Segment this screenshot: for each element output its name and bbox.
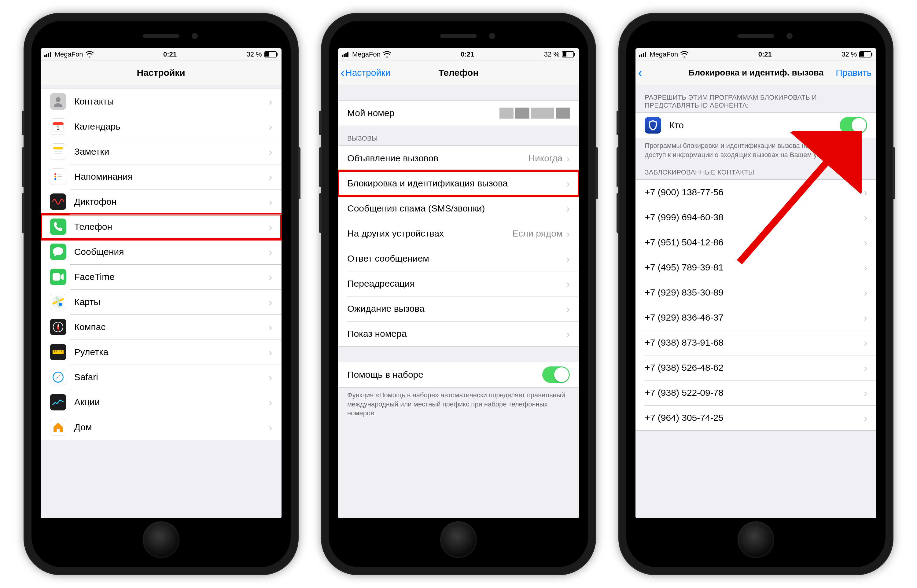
blocked-contact-row[interactable]: +7 (900) 138-77-56› [636, 180, 877, 205]
home-button[interactable] [143, 522, 179, 558]
chevron-right-icon: › [269, 146, 272, 158]
battery-percent: 32 % [544, 50, 559, 58]
blocked-contact-row[interactable]: +7 (951) 504-12-86› [636, 230, 877, 255]
row-blocking[interactable]: Блокировка и идентификация вызова› [338, 171, 579, 196]
phone-frame-2: MegaFon 0:21 32 % ‹ Настройки Телефон [321, 13, 596, 575]
row-reply[interactable]: Ответ сообщением› [338, 246, 579, 271]
chevron-right-icon: › [864, 312, 867, 324]
chevron-right-icon: › [864, 287, 867, 299]
edit-button[interactable]: Править [836, 60, 872, 85]
allow-apps-footer: Программы блокировки и идентификации выз… [636, 138, 877, 165]
blocked-contact-row[interactable]: +7 (964) 305-74-25› [636, 405, 877, 430]
phone-number: +7 (951) 504-12-86 [645, 237, 864, 247]
settings-row-contacts[interactable]: Контакты› [40, 89, 281, 114]
chevron-right-icon: › [567, 278, 570, 290]
calls-list: Объявление вызововНикогда›Блокировка и и… [338, 145, 579, 347]
battery-icon [562, 51, 575, 57]
svg-point-16 [55, 173, 56, 175]
back-label: Настройки [345, 68, 390, 78]
row-label: Календарь [74, 121, 269, 132]
settings-row-safari[interactable]: Safari› [40, 365, 281, 390]
chevron-right-icon: › [269, 346, 272, 358]
back-button[interactable]: ‹ Настройки [341, 60, 390, 85]
page-title: Настройки [137, 68, 185, 78]
status-time: 0:21 [461, 50, 474, 58]
settings-row-measure[interactable]: Рулетка› [40, 339, 281, 365]
row-dial-assist[interactable]: Помощь в наборе [338, 362, 579, 387]
phone-number: +7 (929) 835-30-89 [645, 287, 864, 298]
blocked-contact-row[interactable]: +7 (495) 789-39-81› [636, 255, 877, 280]
svg-rect-1 [46, 54, 47, 57]
row-other_devices[interactable]: На других устройствахЕсли рядом› [338, 221, 579, 246]
phone-number: +7 (938) 526-48-62 [645, 362, 864, 373]
svg-rect-36 [345, 53, 347, 57]
row-announce[interactable]: Объявление вызововНикогда› [338, 146, 579, 171]
chevron-right-icon: › [269, 296, 272, 308]
row-spam[interactable]: Сообщения спама (SMS/звонки)› [338, 196, 579, 221]
chevron-right-icon: › [864, 387, 867, 399]
chevron-right-icon: › [269, 171, 272, 183]
carrier-label: MegaFon [352, 50, 381, 58]
row-label: Дом [74, 422, 269, 433]
settings-row-reminders[interactable]: Напоминания› [40, 164, 281, 189]
row-my-number[interactable]: Мой номер [338, 100, 579, 126]
svg-rect-44 [645, 52, 646, 57]
blocked-contact-row[interactable]: +7 (999) 694-60-38› [636, 205, 877, 230]
chevron-right-icon: › [864, 412, 867, 424]
reminders-icon [50, 168, 66, 185]
chevron-right-icon: › [269, 321, 272, 333]
row-label: Телефон [74, 221, 269, 232]
row-label: Помощь в наборе [347, 370, 542, 380]
settings-row-facetime[interactable]: FaceTime› [40, 264, 281, 289]
settings-row-maps[interactable]: Карты› [40, 289, 281, 315]
row-label: Показ номера [347, 328, 567, 339]
settings-row-home[interactable]: Дом› [40, 415, 281, 440]
settings-row-messages[interactable]: Сообщения› [40, 239, 281, 264]
home-button[interactable] [738, 522, 774, 558]
nav-bar: Настройки [40, 60, 281, 85]
settings-row-compass[interactable]: Компас› [40, 315, 281, 339]
blocked-contact-row[interactable]: +7 (929) 835-30-89› [636, 280, 877, 305]
chevron-right-icon: › [269, 396, 272, 408]
compass-icon [50, 319, 66, 335]
row-app-kto[interactable]: Кто [636, 113, 877, 138]
toggle-app-kto[interactable] [840, 117, 867, 134]
row-waiting[interactable]: Ожидание вызова› [338, 296, 579, 321]
row-label: Акции [74, 397, 269, 407]
settings-row-stocks[interactable]: Акции› [40, 390, 281, 415]
svg-rect-5 [265, 52, 269, 57]
chevron-right-icon: › [269, 246, 272, 258]
blocked-list: +7 (900) 138-77-56›+7 (999) 694-60-38›+7… [636, 179, 877, 431]
phone-number: +7 (999) 694-60-38 [645, 212, 864, 223]
section-header-calls: ВЫЗОВЫ [338, 126, 579, 145]
back-button[interactable]: ‹ [638, 60, 643, 85]
phone-icon [50, 218, 66, 235]
battery-percent: 32 % [841, 50, 857, 58]
blocked-contact-row[interactable]: +7 (938) 526-48-62› [636, 355, 877, 380]
allow-apps-header: РАЗРЕШИТЬ ЭТИМ ПРОГРАММАМ БЛОКИРОВАТЬ И … [636, 85, 877, 113]
chevron-left-icon: ‹ [341, 66, 345, 79]
row-label: Ответ сообщением [347, 254, 567, 264]
toggle-dial-assist[interactable] [542, 367, 570, 383]
row-label: Блокировка и идентификация вызова [347, 178, 567, 189]
row-label: Диктофон [74, 197, 269, 207]
edit-label: Править [836, 68, 872, 78]
nav-bar: ‹ Настройки Телефон [338, 60, 579, 85]
home-button[interactable] [440, 522, 477, 558]
chevron-right-icon: › [567, 228, 570, 240]
wifi-icon [86, 51, 94, 57]
settings-row-voice-memos[interactable]: Диктофон› [40, 189, 281, 214]
stocks-icon [50, 394, 66, 410]
settings-row-notes[interactable]: Заметки› [40, 139, 281, 164]
svg-rect-46 [860, 52, 864, 57]
settings-row-phone[interactable]: Телефон› [40, 214, 281, 239]
blocked-contact-row[interactable]: +7 (938) 522-09-78› [636, 380, 877, 405]
svg-rect-2 [48, 53, 49, 57]
signal-icon [639, 52, 647, 57]
settings-row-calendar[interactable]: 1Календарь› [40, 114, 281, 139]
row-forwarding[interactable]: Переадресация› [338, 271, 579, 296]
row-caller_id[interactable]: Показ номера› [338, 321, 579, 346]
blocked-contact-row[interactable]: +7 (938) 873-91-68› [636, 330, 877, 355]
nav-bar: ‹ Блокировка и идентиф. вызова Править [636, 60, 877, 85]
blocked-contact-row[interactable]: +7 (929) 836-46-37› [636, 305, 877, 330]
